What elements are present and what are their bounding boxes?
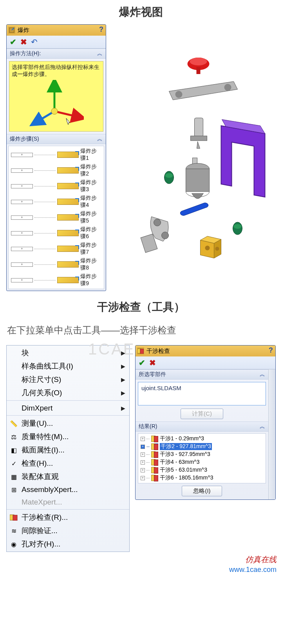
result-item[interactable]: +干涉6 - 1805.16mm^3 bbox=[138, 474, 266, 482]
menu-label: 块 bbox=[22, 348, 29, 358]
explode-step-item[interactable]: +爆炸步骤9 bbox=[9, 272, 104, 288]
explode-step-item[interactable]: +爆炸步骤6 bbox=[9, 225, 104, 241]
assembly-icon: ▦ bbox=[9, 472, 18, 481]
result-label: 干涉5 - 63.01mm^3 bbox=[160, 467, 207, 474]
expand-icon[interactable]: + bbox=[11, 184, 33, 188]
cancel-icon[interactable]: ✖ bbox=[149, 358, 156, 367]
exploded-3d-view[interactable] bbox=[113, 24, 276, 291]
expand-icon[interactable]: + bbox=[11, 247, 33, 251]
interference-icon bbox=[151, 443, 158, 450]
expand-icon[interactable]: + bbox=[141, 476, 145, 480]
expand-icon[interactable]: + bbox=[141, 460, 145, 465]
menu-item[interactable]: DimXpert▶ bbox=[7, 402, 129, 416]
svg-rect-24 bbox=[13, 515, 17, 521]
step-icon bbox=[57, 152, 79, 158]
explode-titlebar: 爆炸 ? bbox=[7, 25, 106, 36]
expand-icon[interactable]: + bbox=[141, 445, 145, 449]
method-header[interactable]: 操作方法(H): ︽ bbox=[7, 49, 106, 59]
steps-header-label: 爆炸步骤(S) bbox=[10, 136, 39, 143]
expand-icon[interactable]: + bbox=[11, 231, 33, 235]
result-item[interactable]: +干涉5 - 63.01mm^3 bbox=[138, 466, 266, 474]
svg-point-15 bbox=[165, 173, 173, 178]
submenu-arrow-icon: ▶ bbox=[121, 390, 125, 396]
cancel-icon[interactable]: ✖ bbox=[20, 37, 27, 47]
menu-item[interactable]: 标注尺寸(S)▶ bbox=[7, 373, 129, 386]
scrollbar[interactable] bbox=[268, 369, 275, 499]
svg-point-21 bbox=[205, 246, 210, 250]
ok-icon[interactable]: ✔ bbox=[10, 37, 16, 47]
menu-item[interactable]: 块▶ bbox=[7, 346, 129, 360]
menu-item[interactable]: ▦装配体直观 bbox=[7, 470, 129, 483]
explode-step-item[interactable]: +爆炸步骤4 bbox=[9, 194, 104, 210]
confirm-toolbar: ✔ ✖ ↶ bbox=[7, 36, 106, 49]
expand-icon[interactable]: + bbox=[141, 468, 145, 472]
expand-icon[interactable]: + bbox=[141, 452, 145, 457]
axpert-icon: ⊞ bbox=[9, 485, 18, 494]
result-item[interactable]: +干涉4 - 63mm^3 bbox=[138, 458, 266, 466]
chevron-up-icon: ︽ bbox=[97, 136, 103, 143]
blank-icon bbox=[9, 348, 18, 358]
menu-item[interactable]: ⊞AssemblyXpert... bbox=[7, 483, 129, 496]
result-item[interactable]: +干涉2 - 927.81mm^3 bbox=[138, 443, 266, 450]
blank-icon bbox=[9, 388, 18, 398]
svg-rect-26 bbox=[140, 349, 144, 354]
help-icon[interactable]: ? bbox=[99, 25, 103, 34]
steps-header[interactable]: 爆炸步骤(S) ︽ bbox=[7, 134, 106, 144]
menu-label: 样条曲线工具(I) bbox=[22, 361, 73, 371]
menu-item[interactable]: 📏测量(U)... bbox=[7, 417, 129, 430]
expand-icon[interactable]: + bbox=[11, 262, 33, 267]
help-icon[interactable]: ? bbox=[269, 346, 273, 355]
svg-rect-10 bbox=[195, 118, 203, 137]
menu-item[interactable]: ◉孔对齐(H)... bbox=[7, 537, 129, 551]
calculate-button[interactable]: 计算(C) bbox=[181, 409, 223, 419]
results-header[interactable]: 结果(R) ︽ bbox=[136, 421, 268, 432]
selected-components-list[interactable]: ujoint.SLDASM bbox=[138, 382, 266, 405]
step-label: 爆炸步骤7 bbox=[80, 242, 101, 256]
triad-manipulator[interactable] bbox=[12, 78, 101, 129]
explode-step-item[interactable]: +爆炸步骤5 bbox=[9, 210, 104, 225]
section-icon: ◧ bbox=[9, 445, 18, 455]
menu-item[interactable]: ⚖质量特性(M)... bbox=[7, 430, 129, 443]
expand-icon[interactable]: + bbox=[11, 278, 33, 282]
explode-step-item[interactable]: +爆炸步骤1 bbox=[9, 147, 104, 163]
result-item[interactable]: +干涉1 - 0.29mm^3 bbox=[138, 435, 266, 443]
expand-icon[interactable]: + bbox=[11, 168, 33, 173]
menu-item[interactable]: ✓检查(H)... bbox=[7, 457, 129, 470]
ok-icon[interactable]: ✔ bbox=[139, 358, 145, 367]
measure-icon: 📏 bbox=[9, 419, 18, 428]
expand-icon[interactable]: + bbox=[141, 437, 145, 441]
step-label: 爆炸步骤4 bbox=[80, 195, 101, 209]
result-item[interactable]: +干涉3 - 927.95mm^3 bbox=[138, 450, 266, 458]
svg-point-8 bbox=[175, 91, 183, 98]
explode-panel: 爆炸 ? ✔ ✖ ↶ 操作方法(H): ︽ 选择零部件然后拖动操纵杆控标来生成一… bbox=[6, 24, 106, 291]
menu-item[interactable]: ◧截面属性(I)... bbox=[7, 443, 129, 457]
step-label: 爆炸步骤6 bbox=[80, 226, 101, 240]
expand-icon[interactable]: + bbox=[11, 153, 33, 157]
undo-icon[interactable]: ↶ bbox=[31, 37, 38, 47]
clear-icon: ≋ bbox=[9, 526, 18, 535]
instruction-text: 在下拉菜单中点击工具——选择干涉检查 bbox=[0, 319, 282, 341]
explode-step-item[interactable]: +爆炸步骤2 bbox=[9, 163, 104, 178]
svg-rect-7 bbox=[197, 67, 201, 74]
menu-item[interactable]: 干涉检查(R)... bbox=[7, 511, 129, 524]
menu-item[interactable]: ≋间隙验证... bbox=[7, 524, 129, 537]
menu-item[interactable]: 样条曲线工具(I)▶ bbox=[7, 360, 129, 373]
explode-step-item[interactable]: +爆炸步骤3 bbox=[9, 178, 104, 194]
ignore-button[interactable]: 忽略(I) bbox=[182, 486, 222, 496]
menu-label: MateXpert... bbox=[22, 498, 62, 507]
result-label: 干涉4 - 63mm^3 bbox=[160, 459, 199, 466]
explode-step-item[interactable]: +爆炸步骤8 bbox=[9, 257, 104, 272]
menu-item[interactable]: 几何关系(O)▶ bbox=[7, 386, 129, 401]
submenu-arrow-icon: ▶ bbox=[121, 405, 125, 411]
results-list: +干涉1 - 0.29mm^3+干涉2 - 927.81mm^3+干涉3 - 9… bbox=[138, 433, 266, 483]
svg-point-17 bbox=[234, 224, 242, 229]
expand-icon[interactable]: + bbox=[11, 215, 33, 220]
expand-icon[interactable]: + bbox=[11, 200, 33, 204]
svg-rect-13 bbox=[186, 169, 210, 192]
selcomp-header[interactable]: 所选零部件 ︽ bbox=[136, 369, 268, 380]
svg-line-3 bbox=[54, 111, 79, 117]
explode-step-item[interactable]: +爆炸步骤7 bbox=[9, 241, 104, 257]
section2-title: 干涉检查（工具） bbox=[0, 300, 282, 315]
menu-label: AssemblyXpert... bbox=[22, 485, 78, 494]
selcomp-item[interactable]: ujoint.SLDASM bbox=[141, 385, 181, 391]
